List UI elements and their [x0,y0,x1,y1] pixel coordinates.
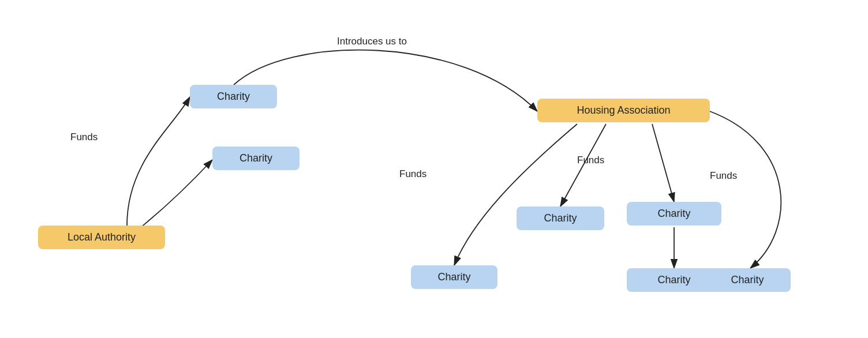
funds-label-4: Funds [710,170,737,182]
charity-node-5: Charity [627,202,721,226]
introduces-us-to-label: Introduces us to [337,36,407,47]
funds-label-1: Funds [70,132,98,143]
charity-node-1: Charity [190,85,277,108]
funds-label-2: Funds [399,168,426,180]
funds-label-3: Funds [577,155,604,166]
charity-node-4: Charity [517,206,604,230]
local-authority-node: Local Authority [38,226,165,249]
charity-node-3: Charity [411,265,497,289]
charity-node-7: Charity [704,268,791,292]
housing-association-node: Housing Association [537,99,710,122]
charity-node-2: Charity [212,147,300,170]
